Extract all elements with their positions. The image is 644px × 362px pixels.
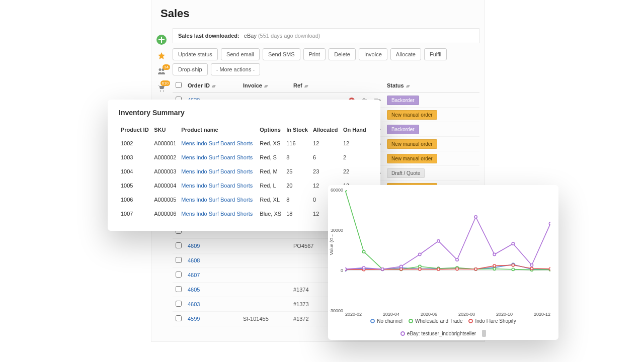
- users-badge: 34: [163, 64, 170, 70]
- in-stock-cell: 8: [284, 193, 311, 207]
- col-options[interactable]: Options: [258, 124, 284, 136]
- legend-label: Wholesale and Trade: [415, 318, 463, 324]
- download-note: (551 days ago download): [258, 33, 320, 39]
- sku-cell: A000004: [152, 178, 179, 193]
- x-tick-label: 2020-10: [496, 312, 513, 319]
- product-name-link[interactable]: Mens Indo Surf Board Shorts: [181, 183, 253, 189]
- send-email-button[interactable]: Send email: [221, 48, 260, 60]
- legend-item[interactable]: Indo Flare Shopify: [468, 318, 516, 324]
- legend-item[interactable]: No channel: [370, 318, 403, 324]
- on-hand-cell: 22: [341, 164, 369, 178]
- product-name-link[interactable]: Mens Indo Surf Board Shorts: [181, 211, 253, 217]
- options-cell: Red, M: [258, 164, 284, 178]
- cart-icon[interactable]: 610: [156, 82, 167, 94]
- product-id-cell: 1007: [119, 207, 152, 221]
- ref-cell: #1373: [293, 301, 309, 307]
- sort-icon[interactable]: ▴▾: [264, 83, 267, 88]
- users-icon[interactable]: 34: [156, 66, 167, 77]
- allocated-cell: 6: [311, 150, 341, 164]
- order-id-link[interactable]: 4599: [188, 316, 200, 322]
- svg-point-40: [400, 265, 403, 267]
- row-checkbox[interactable]: [176, 272, 182, 278]
- legend-marker-icon: [468, 319, 473, 323]
- more-actions-select[interactable]: - More actions -: [211, 63, 260, 75]
- legend-marker-icon: [400, 331, 405, 336]
- order-id-link[interactable]: 4608: [188, 257, 200, 263]
- col-order-id[interactable]: Order ID: [188, 82, 210, 88]
- col-product-name[interactable]: Product name: [179, 124, 258, 136]
- update-status-button[interactable]: Update status: [173, 48, 218, 60]
- col-invoice[interactable]: Invoice: [243, 82, 262, 88]
- order-id-link[interactable]: 4603: [188, 301, 200, 307]
- sort-icon[interactable]: ▴▾: [406, 83, 409, 88]
- svg-point-45: [493, 253, 496, 255]
- order-id-link[interactable]: 4609: [188, 243, 200, 249]
- svg-point-32: [474, 268, 477, 270]
- col-status[interactable]: Status: [387, 82, 404, 88]
- add-icon[interactable]: [156, 34, 167, 45]
- status-badge: New manual order: [387, 154, 437, 163]
- ref-cell: #1374: [293, 287, 309, 293]
- send-sms-button[interactable]: Send SMS: [263, 48, 300, 60]
- in-stock-cell: 25: [284, 164, 311, 178]
- ref-cell: PO4567: [293, 243, 313, 249]
- col-ref[interactable]: Ref: [293, 82, 302, 88]
- svg-point-48: [549, 222, 550, 225]
- row-checkbox[interactable]: [176, 242, 182, 248]
- svg-point-33: [493, 264, 496, 267]
- svg-point-14: [362, 250, 365, 253]
- star-icon[interactable]: [156, 50, 167, 61]
- row-checkbox[interactable]: [176, 301, 182, 307]
- order-id-link[interactable]: 4607: [188, 272, 200, 278]
- options-cell: Red, S: [258, 150, 284, 164]
- col-allocated[interactable]: Allocated: [311, 124, 341, 136]
- col-in-stock[interactable]: In Stock: [284, 124, 311, 136]
- product-name-link[interactable]: Mens Indo Surf Board Shorts: [181, 140, 253, 146]
- drop-ship-button[interactable]: Drop-ship: [173, 63, 208, 75]
- row-checkbox[interactable]: [176, 257, 182, 263]
- sku-cell: A000005: [152, 193, 179, 207]
- fulfil-button[interactable]: Fulfil: [424, 48, 447, 60]
- download-label: Sales last downloaded:: [178, 33, 239, 39]
- row-checkbox[interactable]: [176, 315, 182, 321]
- svg-point-22: [512, 268, 514, 270]
- page-title: Sales: [151, 0, 485, 24]
- select-all-checkbox[interactable]: [176, 82, 182, 88]
- download-status-bar: Sales last downloaded: eBay (551 days ag…: [173, 28, 479, 43]
- svg-point-31: [456, 267, 458, 270]
- legend-item[interactable]: Wholesale and Trade: [409, 318, 463, 324]
- product-id-cell: 1006: [119, 193, 152, 207]
- delete-button[interactable]: Delete: [329, 48, 356, 60]
- print-button[interactable]: Print: [303, 48, 326, 60]
- inventory-row: 1004 A000003 Mens Indo Surf Board Shorts…: [119, 164, 369, 178]
- col-on-hand[interactable]: On Hand: [341, 124, 369, 136]
- product-name-link[interactable]: Mens Indo Surf Board Shorts: [181, 154, 253, 160]
- svg-point-28: [400, 268, 403, 270]
- svg-point-13: [345, 190, 347, 192]
- on-hand-cell: 12: [341, 136, 369, 151]
- sort-icon[interactable]: ▴▾: [212, 83, 215, 88]
- svg-point-36: [549, 267, 550, 270]
- allocated-cell: 12: [311, 136, 341, 151]
- legend-item[interactable]: eBay: testuser_indobrightseller: [400, 331, 476, 336]
- sort-icon[interactable]: ▴▾: [304, 83, 307, 88]
- svg-point-47: [530, 264, 533, 266]
- col-product-id[interactable]: Product ID: [119, 124, 152, 136]
- svg-point-46: [512, 242, 514, 245]
- row-checkbox[interactable]: [176, 286, 182, 292]
- in-stock-cell: 18: [284, 207, 311, 221]
- invoice-button[interactable]: Invoice: [359, 48, 387, 60]
- allocate-button[interactable]: Allocate: [390, 48, 421, 60]
- chart-plot-area: [345, 190, 550, 311]
- product-id-cell: 1005: [119, 178, 152, 193]
- sku-cell: A000006: [152, 207, 179, 221]
- legend-scrollbar[interactable]: [482, 330, 486, 337]
- status-badge: New manual order: [387, 110, 437, 120]
- col-sku[interactable]: SKU: [152, 124, 179, 136]
- svg-point-38: [362, 266, 365, 269]
- order-id-link[interactable]: 4605: [188, 287, 200, 293]
- svg-point-39: [381, 268, 384, 270]
- product-name-link[interactable]: Mens Indo Surf Board Shorts: [181, 168, 253, 174]
- inventory-row: 1002 A000001 Mens Indo Surf Board Shorts…: [119, 136, 369, 151]
- product-name-link[interactable]: Mens Indo Surf Board Shorts: [181, 197, 253, 203]
